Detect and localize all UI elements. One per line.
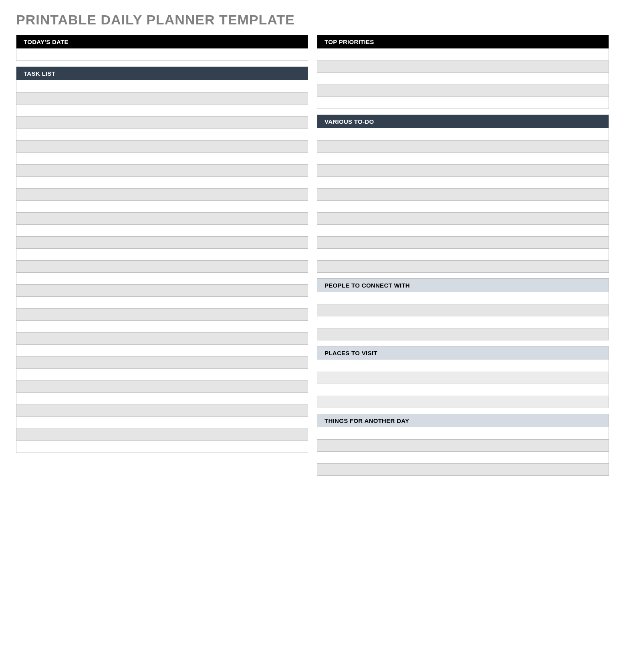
various-todo-header: VARIOUS TO-DO (317, 115, 609, 128)
input-row[interactable] (317, 236, 609, 248)
input-row[interactable] (16, 380, 308, 392)
input-row[interactable] (16, 368, 308, 380)
planner-columns: TODAY'S DATE TASK LIST TOP PRIORITIES VA… (16, 35, 609, 476)
input-row[interactable] (317, 304, 609, 316)
input-row[interactable] (16, 308, 308, 320)
input-row[interactable] (16, 48, 308, 60)
input-row[interactable] (16, 392, 308, 404)
top-priorities-section: TOP PRIORITIES (317, 35, 609, 109)
various-todo-section: VARIOUS TO-DO (317, 115, 609, 273)
various-todo-rows (317, 128, 609, 272)
input-row[interactable] (16, 296, 308, 308)
input-row[interactable] (317, 316, 609, 328)
input-row[interactable] (16, 272, 308, 284)
people-connect-section: PEOPLE TO CONNECT WITH (317, 278, 609, 340)
input-row[interactable] (16, 164, 308, 176)
another-day-header: THINGS FOR ANOTHER DAY (317, 414, 609, 427)
input-row[interactable] (317, 60, 609, 72)
input-row[interactable] (16, 284, 308, 296)
input-row[interactable] (16, 188, 308, 200)
input-row[interactable] (16, 344, 308, 356)
another-day-section: THINGS FOR ANOTHER DAY (317, 414, 609, 476)
input-row[interactable] (317, 439, 609, 451)
input-row[interactable] (317, 451, 609, 463)
page-title: PRINTABLE DAILY PLANNER TEMPLATE (16, 12, 609, 28)
input-row[interactable] (317, 372, 609, 384)
input-row[interactable] (16, 116, 308, 128)
another-day-rows (317, 427, 609, 475)
input-row[interactable] (317, 360, 609, 372)
input-row[interactable] (16, 429, 308, 441)
input-row[interactable] (317, 292, 609, 304)
task-list-rows (16, 80, 308, 453)
input-row[interactable] (317, 176, 609, 188)
input-row[interactable] (317, 128, 609, 140)
input-row[interactable] (317, 212, 609, 224)
input-row[interactable] (317, 427, 609, 439)
people-connect-header: PEOPLE TO CONNECT WITH (317, 279, 609, 292)
input-row[interactable] (16, 212, 308, 224)
top-priorities-header: TOP PRIORITIES (317, 35, 609, 48)
input-row[interactable] (317, 463, 609, 475)
todays-date-section: TODAY'S DATE (16, 35, 308, 61)
input-row[interactable] (317, 328, 609, 340)
input-row[interactable] (317, 200, 609, 212)
input-row[interactable] (317, 72, 609, 85)
input-row[interactable] (16, 404, 308, 416)
input-row[interactable] (16, 441, 308, 453)
input-row[interactable] (16, 140, 308, 152)
input-row[interactable] (16, 128, 308, 140)
input-row[interactable] (317, 224, 609, 236)
input-row[interactable] (16, 176, 308, 188)
input-row[interactable] (317, 384, 609, 396)
input-row[interactable] (16, 332, 308, 344)
input-row[interactable] (16, 260, 308, 272)
input-row[interactable] (16, 416, 308, 429)
input-row[interactable] (317, 140, 609, 152)
task-list-section: TASK LIST (16, 66, 308, 453)
people-connect-rows (317, 292, 609, 340)
input-row[interactable] (317, 152, 609, 164)
task-list-header: TASK LIST (16, 67, 308, 80)
input-row[interactable] (317, 188, 609, 200)
input-row[interactable] (16, 200, 308, 212)
input-row[interactable] (317, 48, 609, 60)
input-row[interactable] (317, 260, 609, 272)
left-column: TODAY'S DATE TASK LIST (16, 35, 308, 476)
input-row[interactable] (16, 92, 308, 104)
places-visit-section: PLACES TO VISIT (317, 346, 609, 408)
right-column: TOP PRIORITIES VARIOUS TO-DO PEOPLE TO C… (317, 35, 609, 476)
input-row[interactable] (317, 97, 609, 109)
top-priorities-rows (317, 48, 609, 109)
input-row[interactable] (16, 80, 308, 92)
todays-date-rows (16, 48, 308, 60)
places-visit-header: PLACES TO VISIT (317, 346, 609, 360)
input-row[interactable] (16, 104, 308, 116)
input-row[interactable] (16, 356, 308, 368)
input-row[interactable] (16, 224, 308, 236)
input-row[interactable] (16, 236, 308, 248)
input-row[interactable] (317, 396, 609, 408)
input-row[interactable] (317, 248, 609, 260)
todays-date-header: TODAY'S DATE (16, 35, 308, 48)
input-row[interactable] (317, 164, 609, 176)
places-visit-rows (317, 360, 609, 408)
input-row[interactable] (317, 85, 609, 97)
input-row[interactable] (16, 152, 308, 164)
input-row[interactable] (16, 248, 308, 260)
input-row[interactable] (16, 320, 308, 332)
